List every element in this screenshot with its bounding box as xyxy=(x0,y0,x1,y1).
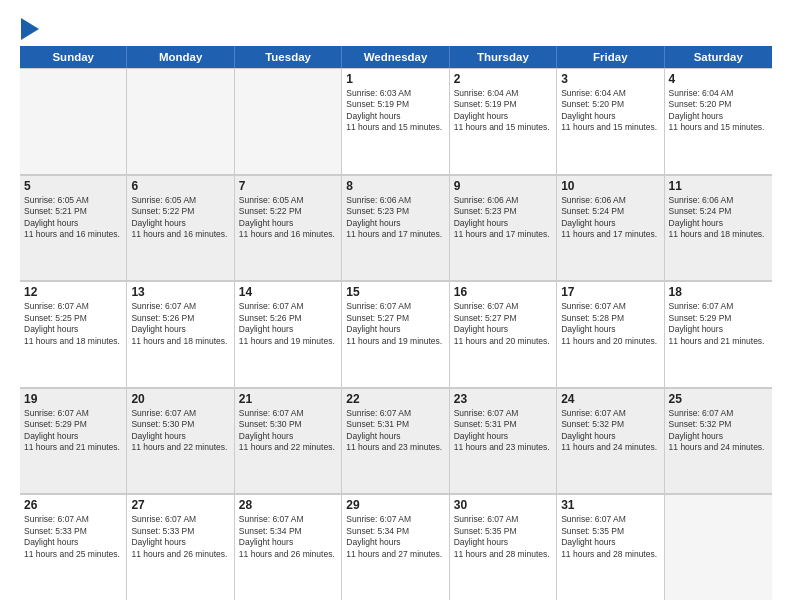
cal-cell: 25Sunrise: 6:07 AMSunset: 5:32 PMDayligh… xyxy=(665,388,772,494)
day-number: 19 xyxy=(24,392,122,406)
day-info: Sunrise: 6:07 AMSunset: 5:33 PMDaylight … xyxy=(131,514,229,560)
cal-cell xyxy=(20,68,127,174)
day-info: Sunrise: 6:03 AMSunset: 5:19 PMDaylight … xyxy=(346,88,444,134)
day-number: 15 xyxy=(346,285,444,299)
day-number: 2 xyxy=(454,72,552,86)
day-number: 16 xyxy=(454,285,552,299)
day-info: Sunrise: 6:07 AMSunset: 5:30 PMDaylight … xyxy=(131,408,229,454)
day-number: 25 xyxy=(669,392,768,406)
day-number: 27 xyxy=(131,498,229,512)
cal-cell: 17Sunrise: 6:07 AMSunset: 5:28 PMDayligh… xyxy=(557,281,664,387)
day-info: Sunrise: 6:07 AMSunset: 5:27 PMDaylight … xyxy=(454,301,552,347)
day-info: Sunrise: 6:06 AMSunset: 5:24 PMDaylight … xyxy=(669,195,768,241)
header-day-friday: Friday xyxy=(557,46,664,68)
cal-cell: 18Sunrise: 6:07 AMSunset: 5:29 PMDayligh… xyxy=(665,281,772,387)
cal-cell xyxy=(235,68,342,174)
cal-cell: 27Sunrise: 6:07 AMSunset: 5:33 PMDayligh… xyxy=(127,494,234,600)
day-info: Sunrise: 6:06 AMSunset: 5:23 PMDaylight … xyxy=(346,195,444,241)
day-info: Sunrise: 6:04 AMSunset: 5:20 PMDaylight … xyxy=(561,88,659,134)
logo xyxy=(20,18,39,40)
cal-cell: 21Sunrise: 6:07 AMSunset: 5:30 PMDayligh… xyxy=(235,388,342,494)
day-info: Sunrise: 6:04 AMSunset: 5:19 PMDaylight … xyxy=(454,88,552,134)
day-number: 22 xyxy=(346,392,444,406)
cal-cell: 10Sunrise: 6:06 AMSunset: 5:24 PMDayligh… xyxy=(557,175,664,281)
cal-cell: 30Sunrise: 6:07 AMSunset: 5:35 PMDayligh… xyxy=(450,494,557,600)
cal-cell: 6Sunrise: 6:05 AMSunset: 5:22 PMDaylight… xyxy=(127,175,234,281)
cal-cell: 4Sunrise: 6:04 AMSunset: 5:20 PMDaylight… xyxy=(665,68,772,174)
day-number: 10 xyxy=(561,179,659,193)
day-info: Sunrise: 6:07 AMSunset: 5:32 PMDaylight … xyxy=(669,408,768,454)
cal-cell: 12Sunrise: 6:07 AMSunset: 5:25 PMDayligh… xyxy=(20,281,127,387)
day-info: Sunrise: 6:07 AMSunset: 5:26 PMDaylight … xyxy=(239,301,337,347)
day-number: 6 xyxy=(131,179,229,193)
week-row-1: 1Sunrise: 6:03 AMSunset: 5:19 PMDaylight… xyxy=(20,68,772,175)
day-info: Sunrise: 6:07 AMSunset: 5:31 PMDaylight … xyxy=(346,408,444,454)
day-number: 5 xyxy=(24,179,122,193)
week-row-3: 12Sunrise: 6:07 AMSunset: 5:25 PMDayligh… xyxy=(20,281,772,388)
day-info: Sunrise: 6:07 AMSunset: 5:26 PMDaylight … xyxy=(131,301,229,347)
day-info: Sunrise: 6:05 AMSunset: 5:22 PMDaylight … xyxy=(239,195,337,241)
cal-cell: 1Sunrise: 6:03 AMSunset: 5:19 PMDaylight… xyxy=(342,68,449,174)
day-info: Sunrise: 6:07 AMSunset: 5:35 PMDaylight … xyxy=(561,514,659,560)
day-number: 20 xyxy=(131,392,229,406)
day-number: 1 xyxy=(346,72,444,86)
day-number: 31 xyxy=(561,498,659,512)
cal-cell: 7Sunrise: 6:05 AMSunset: 5:22 PMDaylight… xyxy=(235,175,342,281)
header xyxy=(20,18,772,40)
week-row-4: 19Sunrise: 6:07 AMSunset: 5:29 PMDayligh… xyxy=(20,388,772,495)
day-number: 9 xyxy=(454,179,552,193)
day-info: Sunrise: 6:06 AMSunset: 5:23 PMDaylight … xyxy=(454,195,552,241)
day-number: 28 xyxy=(239,498,337,512)
week-row-2: 5Sunrise: 6:05 AMSunset: 5:21 PMDaylight… xyxy=(20,175,772,282)
day-info: Sunrise: 6:04 AMSunset: 5:20 PMDaylight … xyxy=(669,88,768,134)
day-info: Sunrise: 6:07 AMSunset: 5:32 PMDaylight … xyxy=(561,408,659,454)
cal-cell: 26Sunrise: 6:07 AMSunset: 5:33 PMDayligh… xyxy=(20,494,127,600)
day-info: Sunrise: 6:06 AMSunset: 5:24 PMDaylight … xyxy=(561,195,659,241)
day-number: 14 xyxy=(239,285,337,299)
cal-cell: 3Sunrise: 6:04 AMSunset: 5:20 PMDaylight… xyxy=(557,68,664,174)
cal-cell: 14Sunrise: 6:07 AMSunset: 5:26 PMDayligh… xyxy=(235,281,342,387)
day-info: Sunrise: 6:07 AMSunset: 5:34 PMDaylight … xyxy=(239,514,337,560)
day-number: 17 xyxy=(561,285,659,299)
cal-cell: 8Sunrise: 6:06 AMSunset: 5:23 PMDaylight… xyxy=(342,175,449,281)
week-row-5: 26Sunrise: 6:07 AMSunset: 5:33 PMDayligh… xyxy=(20,494,772,600)
day-number: 8 xyxy=(346,179,444,193)
cal-cell: 9Sunrise: 6:06 AMSunset: 5:23 PMDaylight… xyxy=(450,175,557,281)
day-info: Sunrise: 6:07 AMSunset: 5:34 PMDaylight … xyxy=(346,514,444,560)
cal-cell: 5Sunrise: 6:05 AMSunset: 5:21 PMDaylight… xyxy=(20,175,127,281)
cal-cell: 13Sunrise: 6:07 AMSunset: 5:26 PMDayligh… xyxy=(127,281,234,387)
cal-cell xyxy=(665,494,772,600)
header-day-sunday: Sunday xyxy=(20,46,127,68)
header-day-thursday: Thursday xyxy=(450,46,557,68)
day-number: 13 xyxy=(131,285,229,299)
cal-cell: 20Sunrise: 6:07 AMSunset: 5:30 PMDayligh… xyxy=(127,388,234,494)
day-info: Sunrise: 6:05 AMSunset: 5:22 PMDaylight … xyxy=(131,195,229,241)
day-number: 3 xyxy=(561,72,659,86)
svg-marker-0 xyxy=(21,18,39,40)
day-info: Sunrise: 6:07 AMSunset: 5:27 PMDaylight … xyxy=(346,301,444,347)
calendar-header: SundayMondayTuesdayWednesdayThursdayFrid… xyxy=(20,46,772,68)
calendar-body: 1Sunrise: 6:03 AMSunset: 5:19 PMDaylight… xyxy=(20,68,772,600)
cal-cell: 11Sunrise: 6:06 AMSunset: 5:24 PMDayligh… xyxy=(665,175,772,281)
header-day-saturday: Saturday xyxy=(665,46,772,68)
day-info: Sunrise: 6:07 AMSunset: 5:29 PMDaylight … xyxy=(669,301,768,347)
day-info: Sunrise: 6:07 AMSunset: 5:28 PMDaylight … xyxy=(561,301,659,347)
header-day-tuesday: Tuesday xyxy=(235,46,342,68)
logo-icon xyxy=(21,18,39,40)
calendar: SundayMondayTuesdayWednesdayThursdayFrid… xyxy=(20,46,772,600)
header-day-monday: Monday xyxy=(127,46,234,68)
day-info: Sunrise: 6:07 AMSunset: 5:31 PMDaylight … xyxy=(454,408,552,454)
day-number: 7 xyxy=(239,179,337,193)
day-number: 30 xyxy=(454,498,552,512)
day-number: 26 xyxy=(24,498,122,512)
cal-cell: 16Sunrise: 6:07 AMSunset: 5:27 PMDayligh… xyxy=(450,281,557,387)
cal-cell: 23Sunrise: 6:07 AMSunset: 5:31 PMDayligh… xyxy=(450,388,557,494)
cal-cell xyxy=(127,68,234,174)
header-day-wednesday: Wednesday xyxy=(342,46,449,68)
day-info: Sunrise: 6:07 AMSunset: 5:35 PMDaylight … xyxy=(454,514,552,560)
day-number: 11 xyxy=(669,179,768,193)
day-number: 12 xyxy=(24,285,122,299)
day-number: 24 xyxy=(561,392,659,406)
cal-cell: 29Sunrise: 6:07 AMSunset: 5:34 PMDayligh… xyxy=(342,494,449,600)
day-info: Sunrise: 6:07 AMSunset: 5:33 PMDaylight … xyxy=(24,514,122,560)
